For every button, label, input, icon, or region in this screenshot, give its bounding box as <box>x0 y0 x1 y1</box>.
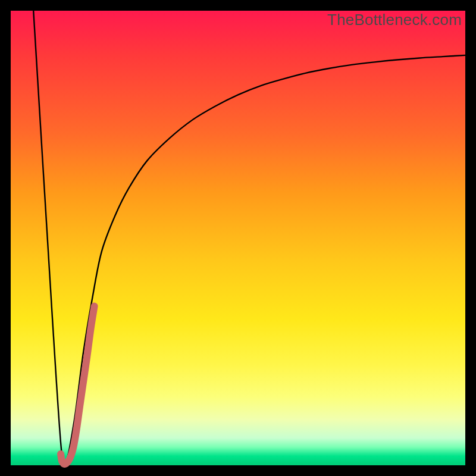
chart-frame: TheBottleneck.com <box>0 0 476 476</box>
curve-layer <box>11 11 465 465</box>
main-curve <box>33 11 465 467</box>
plot-area: TheBottleneck.com <box>11 11 465 465</box>
accent-hook <box>61 306 95 464</box>
